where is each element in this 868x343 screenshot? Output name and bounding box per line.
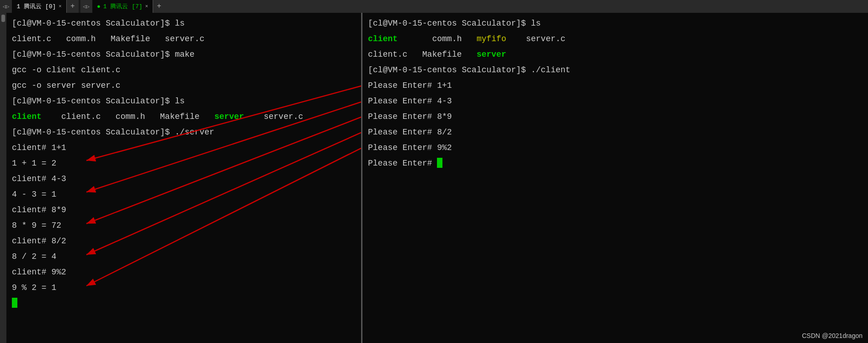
right-tab[interactable]: ● 1 腾讯云 [7] × [92,0,153,13]
right-tab-add[interactable]: + [153,0,165,13]
right-cursor [437,158,442,168]
list-item: 8 / 2 = 4 [12,249,356,264]
list-item: client# 8*9 [12,202,356,218]
list-item: [cl@VM-0-15-centos Scalculator]$ ls [368,16,863,31]
left-terminal-panel: [cl@VM-0-15-centos Scalculator]$ ls clie… [0,13,361,343]
left-terminal-content-wrapper: [cl@VM-0-15-centos Scalculator]$ ls clie… [6,13,361,343]
right-right-arrow-icon: ▷ [86,3,90,10]
left-tab[interactable]: 1 腾讯云 [0] × [12,0,66,13]
main-layout: ◁ ▷ 1 腾讯云 [0] × + ◁ ▷ ● 1 腾讯云 [7] × + [0,0,868,343]
list-item: 8 * 9 = 72 [12,218,356,233]
left-tab-close[interactable]: × [59,4,62,9]
list-item: gcc -o server server.c [12,78,356,93]
list-item: client client.c comm.h Makefile server s… [12,109,356,124]
list-item: Please Enter# 8/2 [368,124,863,140]
right-tab-close[interactable]: × [145,4,149,9]
list-item: Please Enter# 1+1 [368,78,863,93]
right-left-arrow-icon: ◁ [83,3,86,10]
left-tab-add[interactable]: + [67,0,79,13]
list-item: client comm.h myfifo server.c [368,31,863,47]
list-item: Please Enter# 4-3 [368,93,863,109]
list-item: Please Enter# 8*9 [368,109,863,124]
list-item: [cl@VM-0-15-centos Scalculator]$ make [12,47,356,62]
list-item: [cl@VM-0-15-centos Scalculator]$ ./clien… [368,62,863,78]
global-tab-bar: ◁ ▷ 1 腾讯云 [0] × + ◁ ▷ ● 1 腾讯云 [7] × + [0,0,868,13]
right-tab-dot: ● [97,3,101,10]
right-arrow-icon: ▷ [6,3,9,10]
left-cursor-line [12,295,356,311]
list-item: 1 + 1 = 2 [12,155,356,171]
list-item: client# 9%2 [12,264,356,280]
list-item: client# 1+1 [12,140,356,155]
list-item: [cl@VM-0-15-centos Scalculator]$ ./serve… [12,124,356,140]
left-scrollbar-thumb[interactable] [1,15,5,22]
list-item: [cl@VM-0-15-centos Scalculator]$ ls [12,16,356,31]
list-item: client.c Makefile server [368,47,863,62]
left-tab-label: 1 腾讯云 [0] [16,2,56,11]
list-item: gcc -o client client.c [12,62,356,78]
right-terminal-panel: [cl@VM-0-15-centos Scalculator]$ ls clie… [362,13,868,343]
right-tab-label: 1 腾讯云 [7] [103,2,143,11]
left-scrollbar[interactable] [0,13,6,343]
list-item: 4 - 3 = 1 [12,187,356,202]
right-nav-arrows[interactable]: ◁ ▷ [80,0,92,13]
right-cursor-line: Please Enter# [368,155,863,171]
list-item: [cl@VM-0-15-centos Scalculator]$ ls [12,93,356,109]
left-nav-arrows[interactable]: ◁ ▷ [0,0,12,13]
list-item: client.c comm.h Makefile server.c [12,31,356,47]
left-terminal-content: [cl@VM-0-15-centos Scalculator]$ ls clie… [6,13,361,314]
list-item: 9 % 2 = 1 [12,280,356,295]
main-panels: [cl@VM-0-15-centos Scalculator]$ ls clie… [0,13,868,343]
list-item: client# 8/2 [12,233,356,249]
watermark: CSDN @2021dragon [802,332,863,339]
left-cursor [12,298,17,308]
list-item: Please Enter# 9%2 [368,140,863,155]
right-terminal-content: [cl@VM-0-15-centos Scalculator]$ ls clie… [362,13,868,343]
list-item: client# 4-3 [12,171,356,187]
left-arrow-icon: ◁ [3,3,6,10]
